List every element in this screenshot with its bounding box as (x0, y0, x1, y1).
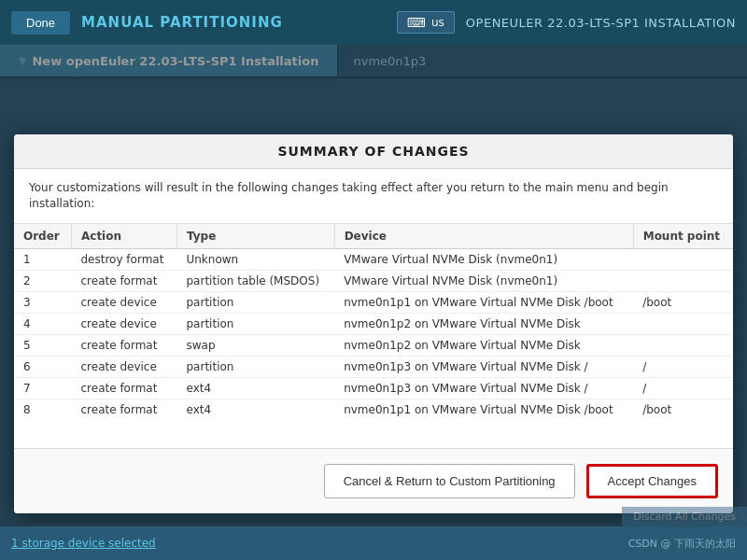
cell-mount: / (633, 356, 733, 377)
cell-type: partition (176, 356, 334, 377)
summary-dialog: SUMMARY OF CHANGES Your customizations w… (14, 134, 733, 513)
col-mount: Mount point (633, 224, 733, 249)
cell-action: create device (71, 313, 176, 334)
cell-order: 7 (14, 377, 71, 399)
cell-device: VMware Virtual NVMe Disk (nvme0n1) (334, 270, 633, 291)
bottom-bar: 1 storage device selected CSDN @ 下雨天的太阳 (0, 526, 747, 560)
cell-mount (633, 270, 733, 291)
top-bar-left: Done MANUAL PARTITIONING (11, 11, 283, 35)
changes-table: Order Action Type Device Mount point 1 d… (14, 224, 733, 420)
cell-mount (633, 248, 733, 270)
accept-button[interactable]: Accept Changes (586, 464, 718, 498)
cell-device: nvme0n1p1 on VMware Virtual NVMe Disk /b… (334, 291, 633, 313)
top-bar: Done MANUAL PARTITIONING ⌨ us openEuler … (0, 0, 747, 45)
cell-device: nvme0n1p1 on VMware Virtual NVMe Disk /b… (334, 399, 633, 420)
keyboard-icon: ⌨ (407, 15, 426, 30)
cell-device: nvme0n1p3 on VMware Virtual NVMe Disk / (334, 377, 633, 399)
cell-order: 4 (14, 313, 71, 334)
cell-order: 6 (14, 356, 71, 377)
table-row: 4 create device partition nvme0n1p2 on V… (14, 313, 733, 334)
cell-type: Unknown (176, 248, 334, 270)
cell-type: partition (176, 291, 334, 313)
col-action: Action (71, 224, 176, 249)
main-content: ▼ New openEuler 22.03-LTS-SP1 Installati… (0, 45, 747, 560)
cell-mount (633, 334, 733, 356)
cancel-button[interactable]: Cancel & Return to Custom Partitioning (324, 464, 575, 498)
modal-footer: Cancel & Return to Custom Partitioning A… (14, 448, 733, 513)
col-type: Type (176, 224, 334, 249)
cell-type: partition (176, 313, 334, 334)
discard-area: Discard All Changes (622, 507, 747, 526)
cell-mount: /boot (633, 399, 733, 420)
modal-overlay: SUMMARY OF CHANGES Your customizations w… (0, 45, 747, 560)
cell-order: 5 (14, 334, 71, 356)
changes-table-wrapper: Order Action Type Device Mount point 1 d… (14, 224, 733, 448)
table-row: 5 create format swap nvme0n1p2 on VMware… (14, 334, 733, 356)
cell-action: create format (71, 399, 176, 420)
watermark: CSDN @ 下雨天的太阳 (628, 537, 736, 551)
table-row: 2 create format partition table (MSDOS) … (14, 270, 733, 291)
cell-order: 3 (14, 291, 71, 313)
table-row: 1 destroy format Unknown VMware Virtual … (14, 248, 733, 270)
cell-mount (633, 313, 733, 334)
storage-device-link[interactable]: 1 storage device selected (11, 537, 156, 550)
app-title: MANUAL PARTITIONING (81, 14, 283, 31)
done-button[interactable]: Done (11, 11, 70, 35)
keyboard-layout: us (431, 16, 444, 29)
installation-title: openEuler 22.03-LTS-SP1 INSTALLATION (466, 16, 736, 30)
cell-type: ext4 (176, 399, 334, 420)
cell-action: destroy format (71, 248, 176, 270)
cell-order: 2 (14, 270, 71, 291)
cell-device: nvme0n1p2 on VMware Virtual NVMe Disk (334, 313, 633, 334)
col-order: Order (14, 224, 71, 249)
cell-action: create format (71, 334, 176, 356)
cell-mount: /boot (633, 291, 733, 313)
table-row: 6 create device partition nvme0n1p3 on V… (14, 356, 733, 377)
cell-device: nvme0n1p2 on VMware Virtual NVMe Disk (334, 334, 633, 356)
modal-description: Your customizations will result in the f… (14, 169, 733, 224)
table-header-row: Order Action Type Device Mount point (14, 224, 733, 249)
cell-order: 1 (14, 248, 71, 270)
table-row: 7 create format ext4 nvme0n1p3 on VMware… (14, 377, 733, 399)
cell-type: ext4 (176, 377, 334, 399)
col-device: Device (334, 224, 633, 249)
modal-title: SUMMARY OF CHANGES (14, 134, 733, 169)
discard-label: Discard All Changes (633, 511, 736, 523)
cell-mount: / (633, 377, 733, 399)
cell-type: partition table (MSDOS) (176, 270, 334, 291)
cell-order: 8 (14, 399, 71, 420)
cell-action: create device (71, 356, 176, 377)
page-wrapper: Done MANUAL PARTITIONING ⌨ us openEuler … (0, 0, 747, 560)
cell-device: nvme0n1p3 on VMware Virtual NVMe Disk / (334, 356, 633, 377)
cell-action: create device (71, 291, 176, 313)
table-row: 3 create device partition nvme0n1p1 on V… (14, 291, 733, 313)
cell-device: VMware Virtual NVMe Disk (nvme0n1) (334, 248, 633, 270)
cell-type: swap (176, 334, 334, 356)
cell-action: create format (71, 270, 176, 291)
cell-action: create format (71, 377, 176, 399)
keyboard-indicator[interactable]: ⌨ us (397, 11, 455, 34)
table-row: 8 create format ext4 nvme0n1p1 on VMware… (14, 399, 733, 420)
